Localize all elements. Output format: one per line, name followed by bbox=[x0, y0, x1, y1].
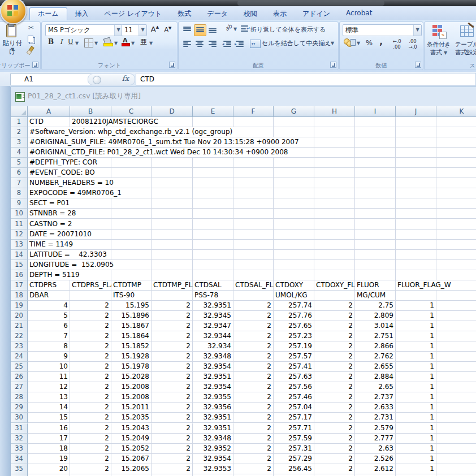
cell[interactable] bbox=[152, 250, 193, 259]
cell[interactable] bbox=[152, 270, 193, 280]
cell[interactable]: 2 bbox=[70, 362, 111, 371]
row-header[interactable]: 6 bbox=[11, 168, 28, 178]
cell[interactable]: 2 bbox=[233, 301, 274, 310]
format-as-table-button[interactable]: テーブルと 書式設定 bbox=[453, 24, 476, 60]
cell[interactable] bbox=[436, 423, 476, 433]
cell[interactable]: 5 bbox=[28, 311, 70, 321]
cell[interactable] bbox=[396, 127, 436, 137]
row-header[interactable]: 3 bbox=[11, 137, 28, 148]
cell[interactable] bbox=[396, 117, 436, 127]
cell[interactable]: 2 bbox=[314, 434, 355, 443]
cell[interactable] bbox=[193, 230, 233, 239]
cell[interactable]: 2 bbox=[152, 362, 193, 371]
cell[interactable]: 2 bbox=[233, 341, 274, 351]
cell[interactable] bbox=[274, 209, 314, 218]
cell[interactable] bbox=[274, 219, 314, 229]
cell[interactable]: 257.46 bbox=[274, 392, 314, 402]
cell[interactable]: 32.9348 bbox=[193, 434, 233, 443]
cell[interactable]: 257.23 bbox=[274, 331, 314, 341]
tab-校閲[interactable]: 校閲 bbox=[236, 7, 265, 20]
cell[interactable] bbox=[274, 270, 314, 280]
cell[interactable] bbox=[233, 168, 274, 178]
cell[interactable] bbox=[355, 270, 396, 280]
font-color-icon[interactable]: A bbox=[121, 37, 130, 46]
cell[interactable]: 2 bbox=[70, 301, 111, 310]
cell[interactable]: 9 bbox=[28, 352, 70, 361]
paste-icon[interactable] bbox=[4, 24, 19, 38]
cell[interactable]: 2 bbox=[70, 382, 111, 392]
cell[interactable] bbox=[436, 372, 476, 382]
column-header-H[interactable]: H bbox=[314, 106, 355, 117]
cell[interactable]: 257.63 bbox=[274, 372, 314, 382]
cell[interactable]: 2 bbox=[233, 423, 274, 433]
cell[interactable]: 2 bbox=[152, 352, 193, 361]
cell[interactable] bbox=[274, 198, 314, 208]
cell[interactable]: UMOL/KG bbox=[274, 291, 314, 300]
cell[interactable]: 32.9351 bbox=[193, 413, 233, 422]
cell[interactable]: 2 bbox=[233, 403, 274, 412]
tab-ページ レイアウト[interactable]: ページ レイアウト bbox=[97, 7, 170, 20]
cell[interactable]: 1 bbox=[396, 321, 436, 331]
cell[interactable]: 15.1928 bbox=[111, 352, 152, 361]
cell[interactable] bbox=[274, 168, 314, 178]
row-header[interactable]: 28 bbox=[11, 392, 28, 403]
cell[interactable]: 32.934 bbox=[193, 341, 233, 351]
cell[interactable]: 15 bbox=[28, 413, 70, 422]
cell[interactable]: 15.1867 bbox=[111, 321, 152, 331]
cell[interactable] bbox=[355, 188, 396, 198]
name-box[interactable]: A1 ▼ bbox=[10, 73, 101, 85]
cell[interactable]: 32.9354 bbox=[193, 454, 233, 464]
row-header[interactable]: 31 bbox=[11, 423, 28, 434]
row-header[interactable]: 16 bbox=[11, 270, 28, 280]
column-header-A[interactable]: A bbox=[28, 106, 70, 117]
cell[interactable] bbox=[70, 219, 111, 229]
cell[interactable]: 2 bbox=[314, 454, 355, 464]
cell[interactable]: 1 bbox=[396, 423, 436, 433]
cell[interactable]: CTDOXY_FLAG_W bbox=[314, 280, 355, 290]
tab-データ[interactable]: データ bbox=[199, 7, 236, 20]
cell[interactable] bbox=[436, 198, 476, 208]
underline-dropdown-arrow[interactable]: ▼ bbox=[75, 41, 79, 46]
cell[interactable] bbox=[274, 127, 314, 137]
cell[interactable]: 257.59 bbox=[274, 434, 314, 443]
cell[interactable]: 32.9351 bbox=[193, 301, 233, 310]
font-name-dropdown-arrow[interactable]: ▼ bbox=[114, 25, 122, 36]
cell[interactable]: 15.1852 bbox=[111, 341, 152, 351]
decrease-decimal-button[interactable]: .00 →.0 bbox=[405, 38, 420, 50]
column-header-K[interactable]: K bbox=[436, 106, 476, 117]
cell[interactable]: 16 bbox=[28, 423, 70, 433]
cell[interactable]: 6 bbox=[28, 321, 70, 331]
cell[interactable]: 32.9352 bbox=[193, 444, 233, 453]
cell[interactable] bbox=[193, 168, 233, 178]
cell[interactable]: 2.809 bbox=[355, 311, 396, 321]
cell[interactable]: 2 bbox=[233, 434, 274, 443]
cell[interactable]: 2.655 bbox=[355, 362, 396, 371]
cell[interactable] bbox=[396, 158, 436, 167]
align-middle-button[interactable] bbox=[194, 24, 206, 36]
row-header[interactable]: 34 bbox=[11, 454, 28, 464]
cell[interactable]: #ORIGINAL_SUM_FILE: 49MR0706_1_sum.txt T… bbox=[28, 137, 302, 147]
cell[interactable]: 2 bbox=[152, 301, 193, 310]
cell[interactable] bbox=[436, 260, 476, 270]
cell[interactable]: 32.9345 bbox=[193, 311, 233, 321]
cell[interactable]: 2 bbox=[70, 321, 111, 331]
cell[interactable]: 2 bbox=[70, 392, 111, 402]
cell[interactable]: EXPOCODE = 49MR0706_1 bbox=[28, 188, 125, 198]
cell[interactable] bbox=[274, 230, 314, 239]
cell[interactable]: 2 bbox=[152, 464, 193, 474]
cell[interactable]: 257.17 bbox=[274, 413, 314, 422]
row-header[interactable]: 1 bbox=[11, 117, 28, 127]
cell[interactable]: 2.866 bbox=[355, 341, 396, 351]
cell[interactable] bbox=[152, 198, 193, 208]
merge-center-button[interactable]: セルを結合して中央揃え bbox=[262, 39, 331, 47]
cell[interactable]: 32.9354 bbox=[193, 382, 233, 392]
cell[interactable] bbox=[152, 240, 193, 249]
cell[interactable]: 2 bbox=[314, 321, 355, 331]
cell[interactable]: 15.2011 bbox=[111, 403, 152, 412]
merge-center-icon[interactable]: ↔ bbox=[250, 40, 261, 48]
cell[interactable]: 2.737 bbox=[355, 392, 396, 402]
cell[interactable] bbox=[152, 188, 193, 198]
conditional-formatting-button[interactable]: ≤ 条件付き 書式 ▼ bbox=[426, 24, 452, 60]
cell[interactable] bbox=[274, 178, 314, 188]
cell[interactable]: 2 bbox=[314, 444, 355, 453]
